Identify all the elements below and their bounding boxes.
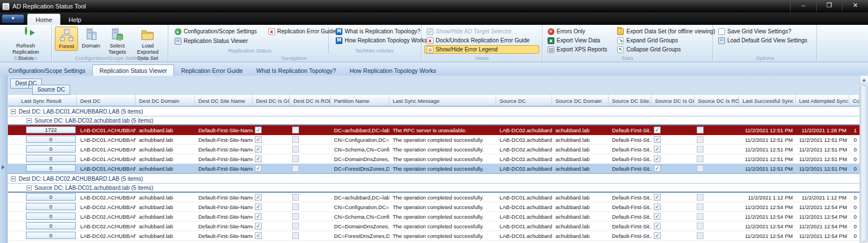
dest-dc-is-rodc-checkbox[interactable] (292, 194, 299, 201)
domain-button[interactable]: Domain (78, 27, 103, 50)
application-menu-button[interactable]: ▼ (2, 14, 24, 23)
column-header-last-sync-message[interactable]: Last Sync Message (389, 95, 496, 106)
source-dc-is-rodc-checkbox[interactable] (697, 213, 704, 220)
source-dc-is-gc-checkbox[interactable] (654, 203, 661, 210)
source-dc-is-gc-checkbox[interactable] (654, 213, 661, 220)
group-by-source-dc[interactable]: Source DC (32, 85, 70, 95)
group-row-source-dc[interactable]: Source DC: LAB-DC02.achubbard.lab (5 ite… (8, 116, 860, 125)
dest-dc-is-gc-checkbox[interactable] (255, 127, 262, 133)
column-header-source-dc[interactable]: Source DC (496, 95, 552, 106)
collapse-expander-icon[interactable] (27, 185, 32, 190)
group-row-source-dc[interactable]: Source DC: LAB-DC01.achubbard.lab (5 ite… (8, 183, 860, 193)
forest-button[interactable]: Forest (55, 27, 78, 51)
source-dc-is-gc-checkbox[interactable] (654, 165, 661, 172)
dest-dc-is-rodc-checkbox[interactable] (292, 127, 299, 133)
configuration-scope-settings-button[interactable]: Configuration/Scope Settings (172, 27, 259, 36)
dest-dc-is-gc-checkbox[interactable] (255, 165, 262, 172)
group-row-dest-dc[interactable]: Dest DC: LAB-DC02.ACHUBBARD.LAB (5 items… (8, 173, 860, 183)
dest-dc-is-rodc-checkbox[interactable] (292, 155, 299, 162)
doc-tab-replication-error-guide[interactable]: Replication Error Guide (174, 65, 249, 76)
doc-tab-how-replication-topology-works[interactable]: How Replication Topology Works (343, 65, 443, 76)
column-header-last-sync-result[interactable]: Last Sync Result (8, 95, 77, 106)
source-dc-is-rodc-checkbox[interactable] (697, 136, 704, 143)
dest-dc-is-rodc-checkbox[interactable] (292, 232, 299, 239)
grid-row[interactable]: 1722LAB-DC01.ACHUBBAR...achubbard.labDef… (8, 125, 860, 135)
group-row-dest-dc[interactable]: Dest DC: LAB-DC01.ACHUBBARD.LAB (5 items… (8, 106, 860, 116)
dock-undock-replication-error-guide-button[interactable]: Dock/Undock Replication Error Guide (424, 36, 539, 45)
source-dc-is-rodc-checkbox[interactable] (697, 146, 704, 153)
dest-dc-is-gc-checkbox[interactable] (255, 194, 262, 201)
source-dc-is-rodc-checkbox[interactable] (697, 165, 704, 172)
source-dc-is-rodc-checkbox[interactable] (697, 203, 704, 210)
grid-row[interactable]: 0LAB-DC02.ACHUBBAR...achubbard.labDefaul… (8, 222, 860, 231)
source-dc-is-gc-checkbox[interactable] (654, 232, 661, 239)
dest-dc-is-gc-checkbox[interactable] (255, 136, 262, 143)
save-settings-checkbox-icon[interactable] (718, 28, 725, 35)
grid-row[interactable]: 0LAB-DC02.ACHUBBAR...achubbard.labDefaul… (8, 202, 860, 212)
grid-row[interactable]: 0LAB-DC01.ACHUBBAR...achubbard.labDefaul… (8, 135, 860, 145)
what-is-replication-topology-button[interactable]: What is Replication Topology? (333, 27, 418, 36)
close-button[interactable]: ✕ (842, 0, 868, 11)
restore-button[interactable]: ❐ (816, 0, 842, 11)
export-data-set-button[interactable]: Export Data Set (for offline viewing) (615, 27, 717, 36)
export-view-data-button[interactable]: Export View Data (545, 36, 609, 45)
dest-dc-is-gc-checkbox[interactable] (255, 232, 262, 239)
source-dc-is-gc-checkbox[interactable] (654, 136, 661, 143)
save-grid-view-settings-checkbox[interactable]: Save Grid View Settings? (716, 27, 814, 36)
source-dc-is-rodc-checkbox[interactable] (697, 127, 704, 133)
source-dc-is-rodc-checkbox[interactable] (697, 223, 704, 229)
doc-tab-configuration-scope-settings[interactable]: Configuration/Scope Settings (2, 65, 92, 76)
source-dc-is-gc-checkbox[interactable] (654, 146, 661, 153)
target-selector-splitter[interactable] (0, 76, 7, 243)
collapse-expander-icon[interactable] (27, 118, 32, 123)
errors-only-button[interactable]: Errors Only (545, 27, 609, 36)
dest-dc-is-rodc-checkbox[interactable] (292, 136, 299, 143)
minimize-button[interactable]: – (790, 0, 816, 11)
how-replication-topology-works-button[interactable]: How Replication Topology Works (333, 36, 418, 45)
source-dc-is-gc-checkbox[interactable] (654, 223, 661, 229)
dest-dc-is-gc-checkbox[interactable] (255, 223, 262, 229)
source-dc-is-gc-checkbox[interactable] (654, 127, 661, 133)
ribbon-tab-home[interactable]: Home (27, 14, 60, 25)
load-default-grid-view-settings-button[interactable]: Load Default Grid View Settings (716, 36, 814, 45)
scrollbar-thumb[interactable] (861, 85, 867, 242)
column-header-partition-name[interactable]: Partition Name (331, 95, 389, 106)
grid-row[interactable]: 0LAB-DC01.ACHUBBAR...achubbard.labDefaul… (8, 154, 860, 164)
dest-dc-is-rodc-checkbox[interactable] (292, 146, 299, 153)
dest-dc-is-gc-checkbox[interactable] (255, 203, 262, 210)
select-targets-button[interactable]: Select Targets (104, 27, 131, 56)
column-header-co[interactable]: Co (849, 95, 860, 106)
dest-dc-is-gc-checkbox[interactable] (255, 213, 262, 220)
dest-dc-is-rodc-checkbox[interactable] (292, 223, 299, 229)
grid-row[interactable]: 0LAB-DC01.ACHUBBAR...achubbard.labDefaul… (8, 145, 860, 154)
expand-grid-groups-button[interactable]: Expand Grid Groups (615, 36, 717, 45)
dest-dc-is-rodc-checkbox[interactable] (292, 203, 299, 210)
column-header-source-dc-is-gc[interactable]: Source DC Is GC? (652, 95, 695, 106)
dest-dc-is-rodc-checkbox[interactable] (292, 165, 299, 172)
source-dc-is-gc-checkbox[interactable] (654, 194, 661, 201)
scroll-up-arrow-icon[interactable] (860, 76, 868, 84)
show-hide-error-legend-button[interactable]: Show/Hide Error Legend (424, 45, 539, 54)
source-dc-is-rodc-checkbox[interactable] (697, 232, 704, 239)
column-header-source-dc-is-rodc[interactable]: Source DC Is RODC? (695, 95, 739, 106)
replication-status-viewer-button[interactable]: Replication Status Viewer (172, 37, 326, 45)
column-header-dest-dc-is-rodc[interactable]: Dest DC Is RODC? (290, 95, 331, 106)
column-header-dest-dc-is-gc[interactable]: Dest DC Is GC? (253, 95, 290, 106)
doc-tab-what-is-replication-topology[interactable]: What Is Replication Topology? (250, 65, 343, 76)
dest-dc-is-gc-checkbox[interactable] (255, 155, 262, 162)
grid-row[interactable]: 0LAB-DC02.ACHUBBAR...achubbard.labDefaul… (8, 231, 860, 241)
column-header-last-successful-sync[interactable]: Last Successful Sync (739, 95, 796, 106)
column-header-dest-dc-domain[interactable]: Dest DC Domain (136, 95, 195, 106)
column-header-dest-dc-site-name[interactable]: Dest DC Site Name (195, 95, 253, 106)
column-header-source-dc-site[interactable]: Source DC Site... (609, 95, 652, 106)
column-header-source-dc-domain[interactable]: Source DC Domain (552, 95, 609, 106)
vertical-scrollbar[interactable] (860, 76, 868, 243)
column-header-last-attempted-sync[interactable]: Last Attempted Sync (796, 95, 849, 106)
grid-row[interactable]: 0LAB-DC01.ACHUBBAR...achubbard.labDefaul… (8, 164, 860, 173)
export-xps-reports-button[interactable]: Export XPS Reports (545, 45, 609, 54)
column-header-dest-dc[interactable]: Dest DC (77, 95, 136, 106)
source-dc-is-gc-checkbox[interactable] (654, 155, 661, 162)
source-dc-is-rodc-checkbox[interactable] (697, 194, 704, 201)
source-dc-is-rodc-checkbox[interactable] (697, 155, 704, 162)
ribbon-tab-help[interactable]: Help (60, 14, 89, 25)
